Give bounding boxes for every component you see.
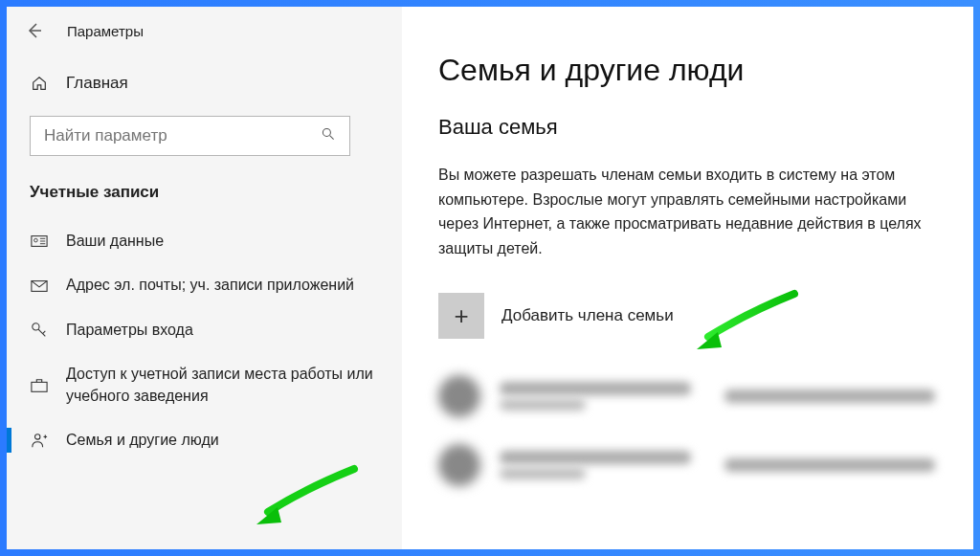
briefcase-icon (30, 378, 49, 393)
nav-label: Параметры входа (66, 320, 193, 341)
settings-window: Параметры Главная Учетные записи (0, 0, 980, 556)
sidebar: Параметры Главная Учетные записи (7, 7, 402, 549)
nav-label: Доступ к учетной записи места работы или… (66, 364, 379, 407)
family-member-row[interactable] (438, 375, 935, 417)
sidebar-item-home[interactable]: Главная (30, 74, 379, 93)
mail-icon (30, 279, 49, 293)
page-heading: Семья и другие люди (438, 53, 935, 88)
plus-icon: + (438, 293, 484, 339)
member-text (500, 382, 691, 411)
nav-label: Адрес эл. почты; уч. записи приложений (66, 275, 354, 296)
sidebar-item-your-info[interactable]: Ваши данные (30, 219, 379, 263)
avatar (438, 444, 480, 486)
member-text (500, 451, 691, 479)
search-input[interactable] (44, 126, 321, 145)
add-family-member-button[interactable]: + Добавить члена семьи (438, 293, 935, 339)
member-name-blurred (500, 451, 691, 464)
avatar (438, 375, 480, 417)
svg-point-9 (33, 323, 39, 330)
category-title: Учетные записи (30, 183, 379, 202)
svg-rect-12 (32, 382, 47, 391)
section-heading: Ваша семья (438, 115, 935, 140)
svg-point-13 (35, 434, 40, 439)
sidebar-body: Главная Учетные записи Ваши данные (7, 55, 402, 549)
sidebar-item-email-accounts[interactable]: Адрес эл. почты; уч. записи приложений (30, 263, 379, 307)
member-status-blurred (724, 389, 935, 403)
key-icon (30, 322, 49, 339)
nav-label: Семья и другие люди (66, 430, 219, 451)
main-content: Семья и другие люди Ваша семья Вы можете… (402, 7, 973, 549)
sidebar-item-family[interactable]: Семья и другие люди (30, 418, 379, 462)
sidebar-item-signin-options[interactable]: Параметры входа (30, 308, 379, 352)
app-title: Параметры (67, 23, 144, 39)
svg-line-11 (43, 331, 46, 334)
add-label: Добавить члена семьи (501, 306, 674, 325)
svg-point-4 (34, 238, 38, 242)
member-role-blurred (500, 468, 586, 479)
search-icon (321, 126, 336, 145)
svg-line-2 (330, 136, 334, 140)
family-member-row[interactable] (438, 444, 935, 486)
member-role-blurred (500, 399, 586, 411)
home-label: Главная (66, 74, 128, 93)
sidebar-item-work-access[interactable]: Доступ к учетной записи места работы или… (30, 352, 379, 418)
nav-list: Ваши данные Адрес эл. почты; уч. записи … (30, 219, 379, 462)
nav-label: Ваши данные (66, 231, 164, 252)
search-box[interactable] (30, 116, 350, 156)
section-description: Вы можете разрешать членам семьи входить… (438, 163, 935, 260)
person-add-icon (30, 432, 49, 449)
svg-point-1 (323, 128, 330, 136)
back-arrow-icon[interactable] (21, 17, 48, 44)
member-status-blurred (724, 458, 935, 472)
id-card-icon (30, 234, 49, 248)
titlebar: Параметры (7, 7, 402, 55)
home-icon (30, 75, 49, 92)
member-name-blurred (500, 382, 691, 395)
